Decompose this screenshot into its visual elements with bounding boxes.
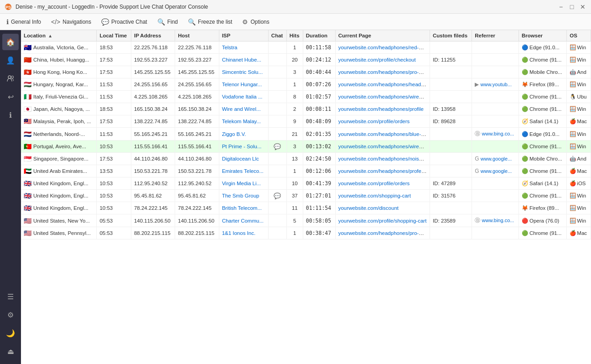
table-row[interactable]: 🇵🇹 Portugal, Aveiro, Ave... 10:53 115.55… — [21, 140, 591, 153]
flag-icon: 🇬🇧 — [24, 180, 31, 187]
cell-page[interactable]: yourwebsite.com/headphones/headphones-po… — [335, 78, 430, 91]
cell-isp[interactable]: Telenor Hungar... — [219, 78, 268, 91]
cell-page[interactable]: yourwebsite.com/discount — [335, 202, 430, 214]
col-os[interactable]: OS — [567, 30, 591, 42]
cell-isp[interactable]: Digitalocean Llc — [219, 153, 268, 165]
general-info-button[interactable]: ℹ General Info — [2, 16, 46, 27]
flag-icon: 🇨🇳 — [24, 56, 31, 63]
table-row[interactable]: 🇺🇸 United States, Pennsyl... 05:53 88.20… — [21, 227, 591, 239]
table-row[interactable]: 🇦🇺 Australia, Victoria, Ge... 18:53 22.2… — [21, 42, 591, 54]
sidebar-item-info[interactable]: ℹ — [2, 107, 19, 123]
cell-page[interactable]: yourwebsite.com/headphones/wired-headpho… — [335, 91, 430, 103]
cell-referrer: G www.google... — [472, 153, 519, 165]
cell-isp[interactable]: Pt Prime - Solu... — [219, 140, 268, 153]
cell-isp[interactable]: Vodafone Italia ... — [219, 91, 268, 103]
cell-isp[interactable]: 1&1 Ionos Inc. — [219, 227, 268, 239]
table-row[interactable]: 🇦🇪 United Arab Emirates... 13:53 150.53.… — [21, 165, 591, 177]
cell-time: 11:53 — [97, 78, 131, 91]
cell-page[interactable]: yourwebsite.com/profile/orders — [335, 115, 430, 128]
cell-isp[interactable]: Chinanet Hube... — [219, 54, 268, 66]
table-row[interactable]: 🇯🇵 Japan, Aichi, Nagoya, ... 18:53 165.1… — [21, 103, 591, 115]
navigations-button[interactable]: </> Navigations — [47, 16, 96, 27]
cell-page[interactable]: yourwebsite.com/headphones/pro-gaming-wi… — [335, 227, 430, 239]
cell-browser: 🧭Safari (14.1) — [519, 177, 567, 190]
cell-isp[interactable]: Charter Commu... — [219, 214, 268, 227]
cell-page[interactable]: yourwebsite.com/headphones/profile — [335, 103, 430, 115]
table-row[interactable]: 🇺🇸 United States, New Yo... 05:53 140.11… — [21, 214, 591, 227]
cell-isp[interactable]: Telstra — [219, 42, 268, 54]
cell-browser: 🟢Chrome (91... — [519, 54, 567, 66]
col-local-time[interactable]: Local Time — [97, 30, 131, 42]
cell-isp[interactable]: British Telecom... — [219, 202, 268, 214]
cell-page[interactable]: yourwebsite.com/profile/shopping-cart — [335, 214, 430, 227]
col-isp[interactable]: ISP — [219, 30, 268, 42]
col-duration[interactable]: Duration — [303, 30, 335, 42]
col-referrer[interactable]: Referrer — [472, 30, 519, 42]
cell-isp[interactable]: The Smb Group — [219, 190, 268, 202]
table-row[interactable]: 🇨🇳 China, Hubei, Huangg... 17:53 192.55.… — [21, 54, 591, 66]
col-current-page[interactable]: Current Page — [335, 30, 430, 42]
cell-time: 10:53 — [97, 190, 131, 202]
cell-page[interactable]: yourwebsite.com/headphones/noise-cancell… — [335, 153, 430, 165]
col-host[interactable]: Host — [175, 30, 219, 42]
cell-isp[interactable]: Ziggo B.V. — [219, 128, 268, 140]
sidebar-item-contacts[interactable] — [2, 70, 19, 87]
sidebar-item-home[interactable]: 🏠 — [2, 34, 19, 50]
cell-isp[interactable]: Virgin Media Li... — [219, 177, 268, 190]
cell-isp[interactable]: Simcentric Solu... — [219, 66, 268, 78]
cell-chat: 💬 — [268, 140, 286, 153]
cell-isp[interactable]: Wire and Wirel... — [219, 103, 268, 115]
col-custom[interactable]: Custom fileds — [430, 30, 472, 42]
sidebar-item-menu[interactable]: ☰ — [2, 288, 19, 305]
cell-host: 192.55.23.227 — [175, 54, 219, 66]
cell-page[interactable]: yourwebsite.com/headphones/professional-… — [335, 165, 430, 177]
visitors-table-area[interactable]: Location ▲ Local Time IP Address Host IS… — [21, 30, 591, 364]
sidebar-item-moon[interactable]: 🌙 — [2, 325, 19, 341]
cell-referrer — [472, 190, 519, 202]
location-text: Japan, Aichi, Nagoya, ... — [33, 106, 90, 112]
proactive-chat-button[interactable]: 💬 Proactive Chat — [97, 16, 152, 27]
table-row[interactable]: 🇭🇺 Hungary, Nograd, Kar... 11:53 24.255.… — [21, 78, 591, 91]
cell-isp[interactable]: Emirates Teleco... — [219, 165, 268, 177]
table-row[interactable]: 🇳🇱 Netherlands, Noord-... 11:53 55.165.2… — [21, 128, 591, 140]
svg-point-3 — [11, 76, 14, 78]
cell-page[interactable]: yourwebsite.com/headphones/blue-wireless… — [335, 128, 430, 140]
table-row[interactable]: 🇬🇧 United Kingdom, Engl... 10:53 78.24.2… — [21, 202, 591, 214]
cell-page[interactable]: yourwebsite.com/headphones/red-wired-hea… — [335, 42, 430, 54]
minimize-button[interactable]: − — [557, 3, 565, 10]
cell-page[interactable]: yourwebsite.com/profile/orders — [335, 177, 430, 190]
table-row[interactable]: 🇮🇹 Italy, Friuli-Venezia Gi... 11:53 4.2… — [21, 91, 591, 103]
col-chat[interactable]: Chat — [268, 30, 286, 42]
table-row[interactable]: 🇬🇧 United Kingdom, Engl... 10:53 112.95.… — [21, 177, 591, 190]
visitors-table: Location ▲ Local Time IP Address Host IS… — [21, 30, 591, 239]
cell-location: 🇮🇹 Italy, Friuli-Venezia Gi... — [21, 91, 97, 103]
col-ip[interactable]: IP Address — [131, 30, 175, 42]
cell-page[interactable]: yourwebsite.com/headphones/pro-gaming-wi… — [335, 66, 430, 78]
cell-browser: 🟢Chrome (91... — [519, 165, 567, 177]
options-icon: ⚙ — [242, 18, 248, 26]
cell-time: 10:53 — [97, 177, 131, 190]
cell-browser: 🟢Mobile Chro... — [519, 66, 567, 78]
sidebar-item-settings[interactable]: ⚙ — [2, 307, 19, 323]
col-browser[interactable]: Browser — [519, 30, 567, 42]
table-row[interactable]: 🇭🇰 Hong Kong, Hong Ko... 17:53 145.255.1… — [21, 66, 591, 78]
cell-custom: ID: 11255 — [430, 54, 472, 66]
options-button[interactable]: ⚙ Options — [238, 16, 274, 27]
cell-time: 18:53 — [97, 42, 131, 54]
cell-page[interactable]: yourwebsite.com/headphones/wired-headpho… — [335, 140, 430, 153]
sidebar-item-visitors[interactable]: 👤 — [2, 52, 19, 68]
col-location[interactable]: Location ▲ — [21, 30, 97, 42]
table-row[interactable]: 🇬🇧 United Kingdom, Engl... 10:53 95.45.8… — [21, 190, 591, 202]
col-hits[interactable]: Hits — [286, 30, 303, 42]
maximize-button[interactable]: □ — [568, 3, 575, 10]
cell-page[interactable]: yourwebsite.com/shopping-cart — [335, 190, 430, 202]
find-button[interactable]: 🔍 Find — [153, 16, 182, 27]
cell-page[interactable]: yourwebsite.com/profile/checkout — [335, 54, 430, 66]
sidebar-item-history[interactable]: ↩ — [2, 88, 19, 105]
table-row[interactable]: 🇲🇾 Malaysia, Perak, Ipoh, ... 17:53 138.… — [21, 115, 591, 128]
cell-isp[interactable]: Telekom Malay... — [219, 115, 268, 128]
freeze-button[interactable]: 🔍 Freeze the list — [183, 16, 237, 27]
close-button[interactable]: ✕ — [579, 3, 586, 10]
sidebar-item-logout[interactable]: ⏏ — [2, 343, 19, 359]
table-row[interactable]: 🇸🇬 Singapore, Singapore... 17:53 44.110.… — [21, 153, 591, 165]
